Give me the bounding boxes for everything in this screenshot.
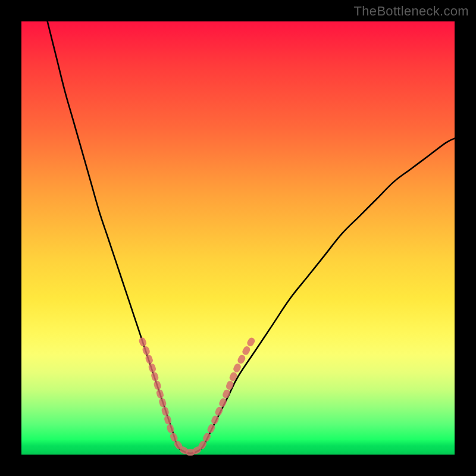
marker-dot [151, 371, 159, 382]
marker-dot [236, 354, 246, 365]
marker-dot [142, 345, 151, 356]
marker-dot [221, 389, 231, 399]
curve-layer [21, 21, 455, 455]
watermark-text: TheBottleneck.com [354, 4, 469, 19]
marker-dot [161, 406, 170, 416]
plot-area [21, 21, 455, 455]
chart-frame: TheBottleneck.com [0, 0, 476, 476]
marker-dot [153, 380, 162, 391]
bottleneck-curve [48, 21, 455, 453]
marker-dot [148, 363, 156, 374]
marker-dot [145, 354, 154, 365]
marker-dot [225, 380, 234, 391]
marker-dot [158, 397, 167, 408]
curve-path [48, 21, 455, 453]
marker-dot [164, 415, 173, 425]
marker-dots [138, 336, 256, 455]
marker-dot [156, 389, 165, 399]
marker-dot [246, 336, 256, 347]
marker-dot [241, 345, 251, 356]
marker-dot [138, 337, 148, 347]
